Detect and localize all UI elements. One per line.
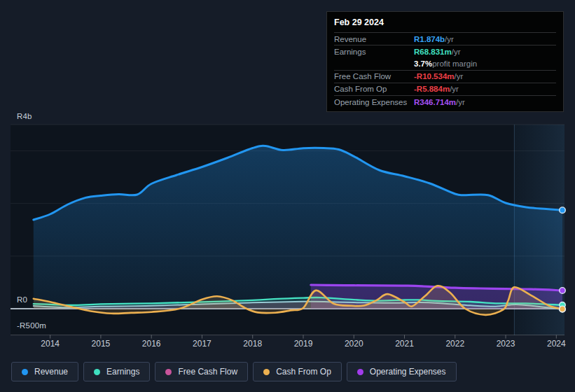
chart-legend: RevenueEarningsFree Cash FlowCash From O…: [11, 362, 457, 382]
earnings-revenue-history-panel: R4b R0 -R500m 20142015201620172018201920…: [0, 0, 575, 392]
tooltip-row-value: -R10.534m: [414, 72, 455, 80]
x-axis-label-2022: 2022: [445, 339, 464, 349]
y-axis-label-zero: R0: [17, 295, 27, 304]
legend-item-label: Cash From Op: [276, 367, 331, 377]
legend-item-label: Earnings: [106, 367, 139, 377]
tooltip-row-unit: /yr: [450, 85, 459, 93]
tooltip-row-revenue: RevenueR1.874b /yr: [334, 32, 556, 45]
legend-item-earnings[interactable]: Earnings: [83, 362, 150, 382]
legend-item-label: Revenue: [34, 367, 68, 377]
x-axis-label-2024: 2024: [547, 339, 566, 349]
legend-item-operating-expenses[interactable]: Operating Expenses: [347, 362, 457, 382]
endpoint-marker-revenue[interactable]: [560, 207, 566, 214]
endpoint-marker-cash-from-op[interactable]: [560, 306, 566, 312]
tooltip-row-label: Operating Expenses: [334, 98, 414, 106]
x-axis-label-2014: 2014: [41, 339, 60, 349]
y-axis-label-min: -R500m: [17, 321, 46, 330]
x-axis-label-2021: 2021: [395, 339, 414, 349]
tooltip-row-value: R1.874b: [414, 35, 445, 43]
tooltip-row-unit: /yr: [456, 98, 465, 106]
tooltip-row-free-cash-flow: Free Cash Flow-R10.534m /yr: [334, 70, 556, 83]
tooltip-row-unit: /yr: [452, 48, 461, 56]
tooltip-row-unit: /yr: [455, 72, 464, 80]
tooltip-date: Feb 29 2024: [334, 12, 556, 32]
y-axis-label-max: R4b: [17, 112, 32, 120]
chart-tooltip: Feb 29 2024 RevenueR1.874b /yrEarningsR6…: [326, 11, 564, 112]
x-axis-label-2018: 2018: [243, 339, 262, 349]
cash-from-op-series-dot-icon: [263, 369, 270, 375]
legend-item-cash-from-op[interactable]: Cash From Op: [253, 362, 342, 382]
tooltip-row-earnings: EarningsR68.831m /yr: [334, 45, 556, 57]
tooltip-row-unit: profit margin: [432, 59, 477, 68]
x-axis-label-2015: 2015: [92, 339, 111, 349]
legend-item-label: Free Cash Flow: [178, 367, 237, 377]
x-axis-label-2020: 2020: [345, 339, 363, 349]
series-area-revenue: [34, 146, 562, 309]
tooltip-row-label: Earnings: [334, 48, 414, 56]
legend-item-revenue[interactable]: Revenue: [11, 362, 78, 382]
legend-item-label: Operating Expenses: [370, 367, 446, 377]
operating-expenses-series-dot-icon: [357, 369, 363, 375]
tooltip-row-unit: /yr: [445, 35, 454, 43]
tooltip-row-value: R346.714m: [414, 98, 456, 106]
tooltip-row-value: 3.7%: [414, 59, 432, 68]
x-axis-label-2019: 2019: [294, 339, 313, 349]
x-axis-label-2017: 2017: [193, 339, 212, 349]
tooltip-row-cash-from-op: Cash From Op-R5.884m /yr: [334, 83, 556, 95]
tooltip-row-label: Free Cash Flow: [334, 72, 414, 80]
tooltip-row-profit-margin: 3.7% profit margin: [334, 57, 556, 69]
tooltip-row-value: R68.831m: [414, 48, 452, 56]
legend-item-free-cash-flow[interactable]: Free Cash Flow: [155, 362, 248, 382]
tooltip-row-label: Cash From Op: [334, 85, 414, 93]
tooltip-row-value: -R5.884m: [414, 85, 450, 93]
tooltip-row-operating-expenses: Operating ExpensesR346.714m /yr: [334, 95, 556, 108]
revenue-series-dot-icon: [22, 369, 28, 375]
earnings-series-dot-icon: [94, 369, 100, 375]
x-axis-label-2016: 2016: [142, 339, 161, 349]
free-cash-flow-series-dot-icon: [165, 369, 172, 375]
x-axis-label-2023: 2023: [497, 339, 515, 349]
endpoint-marker-operating-expenses[interactable]: [560, 288, 566, 294]
tooltip-row-label: Revenue: [334, 35, 414, 43]
